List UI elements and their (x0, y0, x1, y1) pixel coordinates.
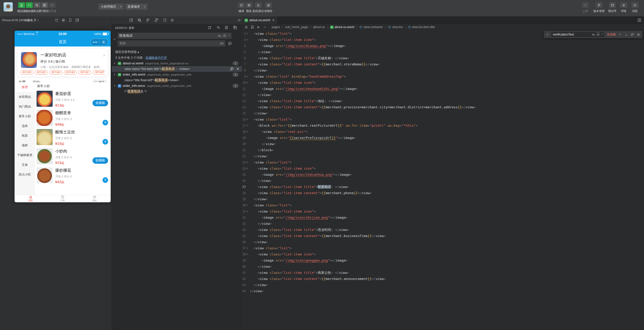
choose-spec-button[interactable]: 选规格 (93, 100, 108, 106)
code-line[interactable]: 5 </view> (242, 49, 644, 55)
code-line[interactable]: 35 <view class="list-item content">{{mer… (242, 233, 644, 239)
code-line[interactable]: 34 <view class="list-item title">营业时间: <… (242, 227, 644, 233)
fold-arrow-icon[interactable]: v (247, 245, 248, 251)
file-outline-icon[interactable] (163, 18, 167, 22)
source-control-icon[interactable] (146, 18, 150, 22)
collapse-all-icon[interactable] (233, 26, 237, 30)
open-in-editor-link[interactable]: 在编辑器中打开 (145, 56, 167, 60)
search-input[interactable]: 联系电话 Aa ab .* (118, 33, 232, 39)
add-dish-button[interactable]: + (102, 177, 108, 183)
fold-arrow-icon[interactable]: v (247, 116, 248, 122)
tree-expand-icon[interactable]: ▾ (114, 85, 117, 87)
code-line[interactable]: 28 <view class="list-item content">{{mer… (242, 190, 644, 196)
tree-expand-icon[interactable]: ▾ (114, 62, 117, 65)
mode-select[interactable]: 小程序模式▾ (98, 4, 124, 10)
tree-expand-icon[interactable]: ▾ (114, 73, 117, 76)
result-match-row[interactable]: view class="list-item title">联系电话： </vie… (112, 66, 242, 72)
replace-input[interactable]: 替换 AB (118, 40, 225, 46)
code-line[interactable]: 13 <view class="list-item title">地址: </v… (242, 98, 644, 104)
fold-arrow-icon[interactable]: v (247, 73, 248, 79)
close-tab-icon[interactable]: ✕ (272, 18, 275, 22)
fold-arrow-icon[interactable]: v (247, 128, 248, 135)
refresh-icon[interactable] (208, 26, 212, 30)
code-line[interactable]: 36 </view> (242, 239, 644, 245)
code-line[interactable]: 38v <view class="list-item icon"> (242, 251, 644, 257)
result-match-row[interactable]: /* 联系电话条 */ (112, 89, 242, 94)
tab-about-us-wxml[interactable]: <> about-us.wxml ✕ (242, 16, 278, 24)
code-line[interactable]: 14 <view class="list-item content">{{mer… (242, 104, 644, 110)
code-line[interactable]: 9v <view class="list" bindtap="handleAdd… (242, 74, 644, 80)
screenshot-icon[interactable] (61, 18, 65, 22)
breadcrumb-item[interactable]: view.container (359, 25, 383, 29)
find-match-case-icon[interactable]: Aa (592, 33, 595, 36)
fold-arrow-icon[interactable]: v (247, 37, 248, 43)
category-item[interactable]: 海鲜 (15, 140, 35, 150)
code-line[interactable]: 21 </block> (242, 147, 644, 153)
more-icon[interactable]: ●●● (91, 41, 99, 43)
clear-results-icon[interactable] (216, 26, 221, 30)
match-case-icon[interactable]: Aa (218, 34, 221, 37)
code-line[interactable]: 22 </view> (242, 153, 644, 159)
fold-arrow-icon[interactable]: v (247, 165, 248, 171)
code-line[interactable]: 12 </view> (242, 92, 644, 98)
find-prev-icon[interactable] (618, 33, 622, 37)
fold-arrow-icon[interactable]: v (247, 208, 248, 214)
breadcrumb-item[interactable]: pages (272, 25, 280, 29)
code-line[interactable]: 42 <view class="list-item content">{{mer… (242, 276, 644, 282)
expand-find-icon[interactable] (546, 33, 549, 36)
replace-match-icon[interactable] (230, 67, 234, 71)
code-line[interactable]: 43 </view> (242, 282, 644, 288)
code-line[interactable]: 23v <view class="list"> (242, 159, 644, 166)
menu-icon[interactable] (244, 25, 248, 29)
find-regex-icon[interactable]: .* (601, 33, 603, 36)
code-line[interactable]: 37v <view class="list"> (242, 245, 644, 251)
code-line[interactable]: 44</view> (242, 288, 644, 294)
find-input[interactable]: verificationText Aa ab .* (551, 32, 604, 37)
code-line[interactable]: 20 </view> (242, 141, 644, 147)
tabbar-profile[interactable]: 我的 (79, 195, 111, 202)
search-icon[interactable] (137, 18, 142, 22)
preserve-case-icon[interactable]: AB (220, 42, 224, 45)
code-line[interactable]: 7 <view class="list-item content">{{merc… (242, 61, 644, 67)
extensions-icon[interactable] (154, 18, 158, 22)
category-item[interactable]: 炖菜 (15, 131, 35, 140)
code-line[interactable]: 18v <view class="real-pic"> (242, 129, 644, 135)
code-line[interactable]: 26 </view> (242, 178, 644, 184)
dismiss-match-icon[interactable] (236, 67, 240, 71)
code-line[interactable]: 39 <image src="/img/icon/gonggao.png"></… (242, 257, 644, 264)
device-frame-icon[interactable] (68, 18, 72, 22)
whole-word-icon[interactable]: ab (223, 34, 226, 37)
result-file-row[interactable]: ▾<>order_info.wxmlpages\sub_order_page\o… (112, 72, 242, 77)
code-line[interactable]: 30v <view class="list"> (242, 202, 644, 208)
cloud-button[interactable]: 云开发 (44, 2, 60, 13)
toggle-replace-icon[interactable] (113, 37, 116, 41)
find-in-selection-icon[interactable] (630, 33, 634, 37)
code-line[interactable]: 16v <view class="list"> (242, 116, 644, 123)
code-line[interactable]: 32 <image src="/img/icon/shijian.png"></… (242, 215, 644, 221)
fold-arrow-icon[interactable]: v (247, 251, 248, 257)
nav-forward-icon[interactable] (263, 25, 267, 29)
add-dish-button[interactable]: + (102, 139, 108, 145)
code-line[interactable]: 29 </view> (242, 196, 644, 202)
bookmark-icon[interactable] (250, 25, 254, 29)
home-capsule-icon[interactable] (100, 41, 108, 44)
choose-spec-button[interactable]: 选规格 (93, 157, 108, 164)
category-item[interactable]: 家常小炒 (15, 111, 35, 121)
category-item[interactable]: 全部商品 (15, 92, 35, 102)
bee-debug-icon[interactable] (170, 18, 174, 22)
capsule-menu[interactable]: ●●● (91, 39, 108, 46)
category-item[interactable]: 干锅铁板类 (15, 150, 35, 160)
category-item[interactable]: 推荐 (15, 82, 35, 92)
regex-icon[interactable]: .* (228, 34, 230, 37)
breadcrumb-item[interactable]: <>about-us.wxml (330, 25, 354, 29)
find-next-icon[interactable] (624, 33, 628, 37)
fold-arrow-icon[interactable]: v (247, 159, 248, 165)
fold-arrow-icon[interactable]: v (247, 202, 248, 208)
compile-mode-select[interactable]: 普通编译▾ (125, 4, 147, 10)
dish-row[interactable]: 糖醋里脊月售 0 评分 0¥48起+ (37, 109, 111, 128)
result-file-row[interactable]: ▾<>about-us.wxmlpages\sub_home_page\abou… (112, 61, 242, 66)
hot-reload-toggle[interactable]: 热重载 开▾ (25, 16, 39, 24)
result-file-row[interactable]: ▾Sorder_info.wxsspages\sub_order_page\or… (112, 83, 242, 89)
tabbar-orders[interactable]: 订单 (47, 195, 78, 202)
code-line[interactable]: 6 <view class="list-item title">店铺名称: </… (242, 55, 644, 61)
